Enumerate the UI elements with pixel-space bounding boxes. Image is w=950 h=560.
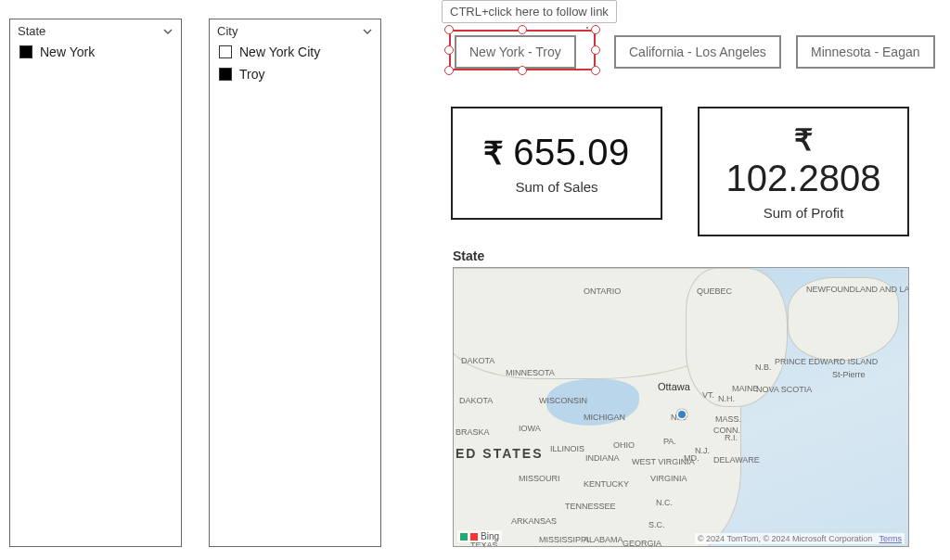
bookmark-button-mn-eagan[interactable]: Minnesota - Eagan — [796, 35, 935, 69]
map-region-label: MD. — [684, 453, 700, 463]
kpi-sales-number: 655.09 — [513, 132, 629, 173]
kpi-sales-value: ₹ 655.09 — [483, 132, 629, 173]
kpi-profit-number: 102.2808 — [726, 158, 881, 199]
kpi-sales-label: Sum of Sales — [515, 179, 597, 195]
checkbox-icon[interactable] — [19, 45, 32, 58]
map-country-label: ED STATES — [456, 446, 544, 461]
slicer-item-label: New York — [40, 45, 95, 59]
map-region-label: ARKANSAS — [511, 516, 557, 526]
map-region-label: KENTUCKY — [584, 479, 629, 489]
button-label: New York - Troy — [469, 45, 561, 59]
map-region-label: MINNESOTA — [506, 368, 555, 377]
slicer-state-item-new-york[interactable]: New York — [10, 41, 181, 63]
bing-logo: Bing — [457, 530, 502, 542]
slicer-city-title: City — [217, 24, 238, 38]
map-region-label: INDIANA — [585, 453, 620, 463]
map-region-label: VT. — [702, 390, 714, 400]
map-region-label: MASS. — [715, 414, 741, 424]
slicer-state-header[interactable]: State — [10, 19, 181, 41]
map-title: State — [453, 248, 909, 263]
map-region-label: ALABAMA — [584, 535, 623, 544]
resize-handle-ne[interactable] — [591, 25, 600, 34]
bookmark-button-ny-troy[interactable]: New York - Troy — [455, 35, 576, 69]
button-label: Minnesota - Eagan — [811, 45, 920, 59]
kpi-card-sales[interactable]: ₹ 655.09 Sum of Sales — [451, 107, 662, 220]
map-region-label: ONTARIO — [584, 286, 621, 296]
map-region-label: TENNESSEE — [565, 502, 616, 511]
resize-handle-w[interactable] — [444, 45, 454, 55]
resize-handle-nw[interactable] — [444, 25, 454, 34]
map-region-label: R.I. — [725, 433, 738, 442]
button-label: California - Los Angeles — [629, 45, 766, 59]
map-attribution: © 2024 TomTom, © 2024 Microsoft Corporat… — [695, 533, 905, 544]
slicer-item-label: Troy — [239, 67, 264, 82]
map-region-label: NEWFOUNDLAND AND LABRADOR — [806, 285, 909, 294]
slicer-state[interactable]: State New York — [9, 19, 182, 547]
map-region-label: GEORGIA — [623, 539, 661, 547]
resize-handle-e[interactable] — [591, 45, 600, 55]
map-region-label: MICHIGAN — [584, 413, 625, 422]
slicer-city-header[interactable]: City — [210, 19, 380, 41]
checkbox-icon[interactable] — [219, 68, 232, 81]
resize-handle-s[interactable] — [518, 66, 527, 75]
map-region-label: MAINE — [732, 384, 759, 393]
map-region-label: MISSOURI — [519, 474, 560, 483]
map-region-label: VIRGINIA — [650, 474, 687, 483]
map-region-label: MISSISSIPPI — [539, 535, 589, 544]
map-region-label: St-Pierre — [832, 370, 866, 379]
chevron-down-icon[interactable] — [162, 26, 173, 37]
map-canvas[interactable]: ED STATES Ottawa ONTARIOQUEBECNEWFOUNDLA… — [453, 267, 909, 547]
resize-handle-n[interactable] — [518, 25, 527, 34]
resize-handle-se[interactable] — [591, 66, 600, 75]
rupee-icon: ₹ — [483, 134, 504, 172]
map-visual[interactable]: State ED STATES Ottawa ONTARIOQUEBECNEWF… — [453, 248, 909, 547]
kpi-profit-label: Sum of Profit — [764, 205, 844, 221]
attribution-text: © 2024 TomTom, © 2024 Microsoft Corporat… — [698, 534, 872, 543]
map-region-label: ILLINOIS — [550, 444, 584, 453]
map-region-label: N.C. — [656, 498, 673, 507]
chevron-down-icon[interactable] — [362, 26, 373, 37]
map-region-label: DAKOTA — [459, 396, 493, 405]
slicer-city-item-nyc[interactable]: New York City — [210, 41, 380, 63]
map-region-label: NOVA SCOTIA — [756, 385, 812, 394]
map-region-label: DAKOTA — [461, 356, 494, 365]
map-region-label: S.C. — [648, 520, 665, 529]
map-data-point[interactable] — [676, 409, 687, 420]
map-region-label: PA. — [663, 437, 676, 446]
bing-label: Bing — [481, 531, 499, 541]
map-region-label: QUEBEC — [697, 286, 732, 296]
map-region-label: DELAWARE — [713, 455, 760, 465]
map-region-label: BRASKA — [456, 427, 490, 437]
map-region-label: IOWA — [519, 424, 541, 433]
rupee-icon: ₹ — [794, 122, 813, 158]
kpi-card-profit[interactable]: ₹ 102.2808 Sum of Profit — [698, 107, 909, 236]
bookmark-button-ca-la[interactable]: California - Los Angeles — [614, 35, 781, 69]
checkbox-icon[interactable] — [219, 45, 232, 58]
map-region-label: N.H. — [718, 394, 735, 403]
slicer-item-label: New York City — [239, 45, 320, 59]
slicer-city[interactable]: City New York City Troy — [209, 19, 381, 547]
slicer-state-title: State — [18, 24, 45, 38]
map-region-label: OHIO — [613, 440, 635, 450]
map-region-label: PRINCE EDWARD ISLAND — [775, 357, 878, 366]
resize-handle-sw[interactable] — [444, 66, 454, 75]
map-city-label: Ottawa — [658, 381, 690, 392]
map-region-label: WISCONSIN — [539, 396, 587, 405]
map-region-label: N.B. — [755, 363, 772, 372]
terms-link[interactable]: Terms — [879, 534, 903, 543]
slicer-city-item-troy[interactable]: Troy — [210, 63, 380, 85]
